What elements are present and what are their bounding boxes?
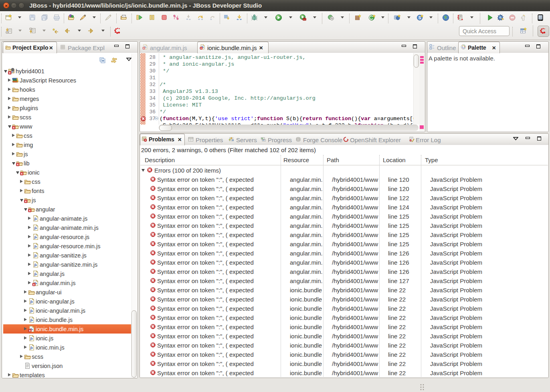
svg-text:S: S xyxy=(419,16,421,20)
